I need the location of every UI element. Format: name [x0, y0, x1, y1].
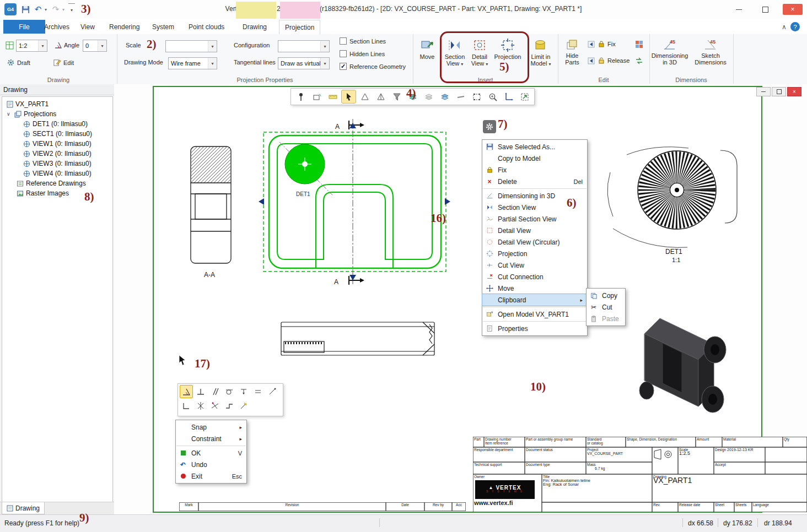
tab-archives[interactable]: Archives	[39, 20, 75, 34]
configuration-combo[interactable]: ▾	[278, 40, 330, 52]
parallel-icon[interactable]	[208, 385, 222, 398]
tree-node-projections[interactable]: ∨ Projections	[2, 109, 112, 119]
view-orientation-icon[interactable]	[309, 90, 324, 104]
view-settings-gear-button[interactable]	[483, 120, 496, 133]
menu-item-properties[interactable]: Properties	[482, 323, 587, 334]
tangential-lines-combo[interactable]: Draw as virtual▾	[278, 57, 330, 69]
sheet-scale-combo[interactable]: 1:2▾	[16, 40, 47, 52]
axes-icon[interactable]	[501, 90, 516, 104]
layers-active-icon[interactable]	[437, 90, 452, 104]
corner-constraint-icon[interactable]	[180, 399, 193, 412]
tree-node-raster-images[interactable]: Raster Images	[2, 188, 112, 198]
release-prev-icon[interactable]	[588, 57, 595, 64]
menu-item-detail-view-circular[interactable]: Detail View (Circular)	[482, 236, 587, 248]
measure-icon[interactable]	[325, 90, 340, 104]
angle-combo[interactable]: 0▾	[83, 40, 107, 52]
menu-item-save-selected-as[interactable]: Save Selected As...	[482, 141, 587, 153]
hide-parts-button[interactable]: Hide Parts	[560, 38, 584, 66]
tab-point-clouds[interactable]: Point clouds	[183, 20, 230, 34]
tab-drawing[interactable]: Drawing	[237, 20, 272, 34]
layers-off-icon[interactable]	[421, 90, 436, 104]
trim-icon[interactable]	[208, 399, 222, 412]
draft-button[interactable]: Draft	[7, 58, 30, 67]
menu-item-move[interactable]: Move	[482, 283, 587, 294]
vertical-align-icon[interactable]	[237, 385, 250, 398]
mdi-minimize-button[interactable]	[756, 87, 771, 96]
close-button[interactable]: ×	[783, 4, 803, 15]
menu-item-copy-to-model[interactable]: Copy to Model	[482, 153, 587, 164]
triangle-select-icon[interactable]	[357, 90, 372, 104]
tab-rendering[interactable]: Rendering	[104, 20, 145, 34]
angle-constraint-icon[interactable]	[180, 385, 193, 398]
tab-view[interactable]: View	[75, 20, 100, 34]
scale-combo[interactable]: ▾	[165, 40, 217, 52]
panel-tab-drawing[interactable]: Drawing	[2, 502, 45, 514]
tree-root-vx-part1[interactable]: VX_PART1	[2, 99, 112, 109]
ribbon-collapse-icon[interactable]: ∧	[778, 20, 790, 34]
menu-item-detail-view[interactable]: Detail View	[482, 225, 587, 236]
fix-button[interactable]: Fix	[598, 40, 616, 48]
fit-view-icon[interactable]	[517, 90, 532, 104]
menu-item-ok[interactable]: OKV	[176, 447, 246, 459]
edit-swap-icon[interactable]	[635, 57, 643, 65]
menu-item-open-model[interactable]: Open Model VX_PART1	[482, 308, 587, 320]
mdi-close-button[interactable]: ×	[787, 87, 801, 96]
tab-projection[interactable]: Projection	[279, 20, 320, 34]
mdi-restore-button[interactable]	[772, 87, 786, 96]
tree-node-reference-drawings[interactable]: Reference Drawings	[2, 178, 112, 188]
tree-node-view1[interactable]: VIEW1 (0: Ilmiasu0)	[2, 139, 112, 149]
slope-icon[interactable]	[266, 385, 279, 398]
menu-item-cut-view[interactable]: Cut View	[482, 259, 587, 271]
window-select-icon[interactable]	[469, 90, 484, 104]
fix-prev-icon[interactable]	[588, 41, 595, 48]
menu-item-undo[interactable]: ↶ Undo	[176, 459, 246, 470]
projections-folder-icon	[14, 111, 21, 118]
tab-system[interactable]: System	[147, 20, 180, 34]
menu-item-projection[interactable]: Projection	[482, 248, 587, 259]
tree-node-det1[interactable]: DET1 (0: Ilmiasu0)	[2, 119, 112, 129]
filter-icon[interactable]	[389, 90, 404, 104]
hidden-lines-checkbox[interactable]: Hidden Lines	[340, 50, 385, 57]
zoom-icon[interactable]	[485, 90, 500, 104]
tree-node-view2[interactable]: VIEW2 (0: Ilmiasu0)	[2, 149, 112, 159]
move-button[interactable]: Move	[416, 38, 438, 60]
reference-geometry-checkbox[interactable]: ✓Reference Geometry	[340, 63, 406, 70]
tree-node-view4[interactable]: VIEW4 (0: Ilmiasu0)	[2, 169, 112, 178]
perpendicular-icon[interactable]	[194, 385, 207, 398]
menu-item-clipboard[interactable]: Clipboard ▸	[482, 294, 587, 306]
minimize-button[interactable]	[730, 4, 747, 15]
spray-snap-icon[interactable]	[237, 399, 250, 412]
menu-item-snap[interactable]: Snap▸	[176, 421, 246, 433]
submenu-item-copy[interactable]: Copy	[587, 290, 625, 301]
tangent-icon[interactable]	[223, 385, 236, 398]
drawing-canvas[interactable]: A-A A A	[114, 84, 807, 514]
edit-grid-icon[interactable]	[635, 40, 643, 48]
menu-item-constraint[interactable]: Constraint▸	[176, 433, 246, 444]
horizontal-align-icon[interactable]	[251, 385, 265, 398]
release-button[interactable]: Release	[598, 57, 630, 64]
select-cursor-icon[interactable]	[341, 90, 356, 104]
triangle-area-icon[interactable]	[373, 90, 388, 104]
pin-icon[interactable]	[293, 90, 308, 104]
step-line-icon[interactable]	[223, 399, 236, 412]
edit-sheet-button[interactable]: Edit	[53, 58, 74, 67]
menu-item-partial-section-view[interactable]: Partial Section View	[482, 213, 587, 225]
line-tool-icon[interactable]	[453, 90, 468, 104]
tree-node-view3[interactable]: VIEW3 (0: Ilmiasu0)	[2, 159, 112, 169]
submenu-item-paste[interactable]: Paste	[587, 313, 625, 324]
sketch-dimensions-button[interactable]: 45 Sketch Dimensions	[692, 38, 729, 66]
tree-node-sect1[interactable]: SECT1 (0: Ilmiasu0)	[2, 129, 112, 139]
dimensioning-3d-button[interactable]: 45 Dimensioning in 3D	[653, 38, 687, 66]
limit-in-model-button[interactable]: Limit in Model ▾	[526, 38, 555, 68]
drawing-mode-combo[interactable]: Wire frame▾	[168, 57, 217, 69]
submenu-item-cut[interactable]: ✂ Cut	[587, 301, 625, 313]
intersection-icon[interactable]	[194, 399, 207, 412]
section-lines-checkbox[interactable]: Section Lines	[340, 37, 386, 45]
maximize-button[interactable]	[756, 4, 774, 15]
help-icon[interactable]: ?	[790, 20, 800, 34]
menu-item-delete[interactable]: × Delete Del	[482, 176, 587, 187]
projection-item-icon	[23, 140, 30, 148]
menu-item-fix[interactable]: Fix	[482, 164, 587, 176]
menu-item-cut-connection[interactable]: Cut Connection	[482, 271, 587, 283]
menu-item-exit[interactable]: ExitEsc	[176, 470, 246, 482]
